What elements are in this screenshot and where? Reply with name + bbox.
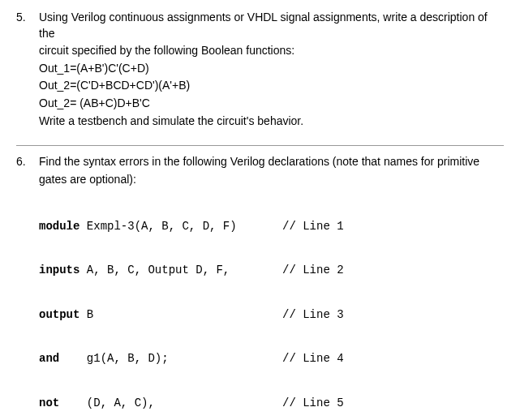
- keyword: output: [39, 308, 80, 321]
- equation: Out_2=(C'D+BCD+CD')(A'+B): [39, 78, 504, 94]
- keyword: and: [39, 352, 59, 365]
- code-comment: // Line 5: [282, 396, 504, 410]
- code-block: module Exmpl-3(A, B, C, D, F)// Line 1 i…: [39, 189, 504, 420]
- code-comment: // Line 4: [282, 351, 504, 366]
- code-text: g1(A, B, D);: [59, 352, 168, 365]
- code-comment: // Line 2: [282, 263, 504, 277]
- keyword: inputs: [39, 264, 80, 276]
- problem-content: Using Verilog continuous assignments or …: [39, 10, 504, 131]
- problem-text-line: circuit specified by the following Boole…: [39, 43, 504, 59]
- problem-text-line: gates are optional):: [39, 172, 504, 188]
- problem-content: Find the syntax errors in the following …: [39, 154, 504, 420]
- separator: [16, 145, 504, 146]
- problem-header: 5. Using Verilog continuous assignments …: [16, 10, 504, 131]
- keyword: module: [39, 220, 80, 233]
- equation: Out_1=(A+B')C'(C+D): [39, 61, 504, 77]
- code-line: and g1(A, B, D);// Line 4: [39, 351, 504, 366]
- problem-text-line: Write a testbench and simulate the circu…: [39, 114, 504, 130]
- code-line: module Exmpl-3(A, B, C, D, F)// Line 1: [39, 219, 504, 234]
- keyword: not: [39, 396, 59, 409]
- code-line: output B// Line 3: [39, 307, 504, 322]
- code-text: A, B, C, Output D, F,: [80, 264, 230, 276]
- problem-text-line: Find the syntax errors in the following …: [39, 154, 504, 170]
- problem-5: 5. Using Verilog continuous assignments …: [16, 10, 504, 131]
- code-line: not (D, A, C),// Line 5: [39, 396, 504, 410]
- problem-6: 6. Find the syntax errors in the followi…: [16, 154, 504, 420]
- problem-header: 6. Find the syntax errors in the followi…: [16, 154, 504, 420]
- equation: Out_2= (AB+C)D+B'C: [39, 96, 504, 112]
- code-comment: // Line 1: [282, 219, 504, 234]
- problem-text-line: Using Verilog continuous assignments or …: [39, 10, 504, 41]
- code-line: inputs A, B, C, Output D, F,// Line 2: [39, 263, 504, 277]
- problem-number: 6.: [16, 154, 39, 170]
- code-text: (D, A, C),: [59, 396, 155, 409]
- code-comment: // Line 3: [282, 307, 504, 322]
- code-text: B: [80, 308, 93, 321]
- code-text: Exmpl-3(A, B, C, D, F): [80, 220, 236, 233]
- problem-number: 5.: [16, 10, 39, 26]
